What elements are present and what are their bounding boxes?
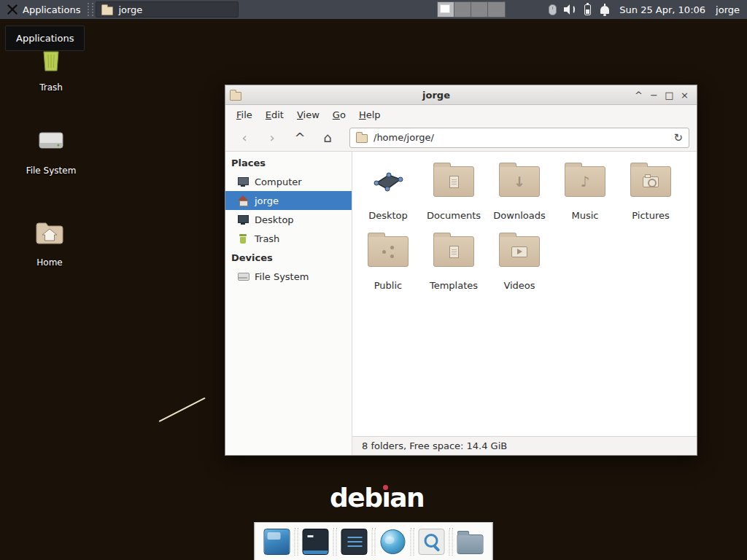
home-button[interactable]: ⌂ xyxy=(316,128,339,148)
sidebar-item-desktop[interactable]: Desktop xyxy=(225,210,352,229)
menu-help[interactable]: Help xyxy=(352,107,387,122)
desktop-icon-label: Home xyxy=(36,257,62,268)
back-button[interactable]: ‹ xyxy=(233,128,256,148)
templates-folder-icon xyxy=(421,233,487,270)
volume-icon[interactable] xyxy=(563,3,576,16)
terminal-button[interactable] xyxy=(300,525,332,559)
desktop-icon-label: File System xyxy=(26,166,77,176)
folder-label: Templates xyxy=(430,280,478,292)
debian-logo-i: ı xyxy=(382,483,390,513)
folder-item-music[interactable]: Music xyxy=(552,152,618,222)
stray-line-artifact xyxy=(159,397,206,422)
show-desktop-button[interactable] xyxy=(261,525,293,559)
notifications-bell-icon[interactable] xyxy=(598,3,611,16)
sidebar-item-label: Computer xyxy=(255,176,302,187)
sidebar-item-jorge[interactable]: jorge xyxy=(225,191,352,210)
panel-username[interactable]: jorge xyxy=(716,4,740,15)
desktop-icon xyxy=(237,214,249,225)
panel-handle[interactable] xyxy=(88,3,93,16)
debian-logo-text: deb xyxy=(330,483,382,513)
workspace-1[interactable] xyxy=(438,2,454,17)
top-panel: Applications jorge Sun 25 Apr, 10:06 jor… xyxy=(0,0,747,19)
folder-item-public[interactable]: Public xyxy=(355,222,421,292)
folder-item-documents[interactable]: Documents xyxy=(421,152,487,222)
downloads-folder-icon xyxy=(487,163,552,200)
window-content: Places Computer jorge Desktop Trash Devi… xyxy=(225,152,697,455)
folder-label: Pictures xyxy=(632,210,669,222)
sidebar-item-label: Desktop xyxy=(255,214,294,225)
terminal-icon xyxy=(303,529,329,555)
menu-bar: File Edit View Go Help xyxy=(225,105,697,124)
folder-label: Documents xyxy=(427,210,481,222)
menu-file[interactable]: File xyxy=(230,107,259,122)
hard-drive-icon xyxy=(34,123,69,160)
app-finder-button[interactable] xyxy=(416,525,448,559)
window-title: jorge xyxy=(241,90,631,101)
sidebar: Places Computer jorge Desktop Trash Devi… xyxy=(225,152,352,455)
documents-folder-icon xyxy=(421,163,487,200)
web-browser-button[interactable] xyxy=(377,525,409,559)
close-button[interactable]: × xyxy=(677,88,692,103)
magnifier-icon xyxy=(419,529,445,555)
sidebar-item-file-system[interactable]: File System xyxy=(225,267,352,286)
trash-icon xyxy=(237,233,249,244)
reload-icon[interactable]: ↻ xyxy=(673,131,683,144)
menu-go[interactable]: Go xyxy=(326,107,352,122)
folder-label: Music xyxy=(572,210,599,222)
folder-item-desktop[interactable]: Desktop xyxy=(355,152,421,222)
minimize-button[interactable]: − xyxy=(646,88,662,103)
folder-icon xyxy=(457,534,484,554)
dock-separator xyxy=(295,528,298,556)
folder-item-downloads[interactable]: Downloads xyxy=(487,152,552,222)
sidebar-item-label: File System xyxy=(255,271,309,282)
file-manager-button[interactable] xyxy=(454,525,487,559)
bottom-dock xyxy=(255,522,493,560)
computer-icon xyxy=(237,176,249,187)
sidebar-header-devices: Devices xyxy=(225,248,352,267)
taskbar-button-label: jorge xyxy=(118,4,142,15)
desktop-special-icon xyxy=(355,163,421,200)
mouse-icon[interactable] xyxy=(546,3,559,16)
sidebar-item-computer[interactable]: Computer xyxy=(225,172,352,191)
menu-view[interactable]: View xyxy=(290,107,326,122)
folder-item-pictures[interactable]: Pictures xyxy=(618,152,684,222)
sidebar-item-trash[interactable]: Trash xyxy=(225,229,352,248)
panel-clock[interactable]: Sun 25 Apr, 10:06 xyxy=(619,4,705,15)
window-controls: ^ − □ × xyxy=(631,88,692,103)
desktop-icon-home[interactable]: Home xyxy=(18,215,81,268)
globe-icon xyxy=(381,529,406,554)
folder-item-templates[interactable]: Templates xyxy=(421,222,487,292)
terminal-alt-button[interactable] xyxy=(338,525,371,559)
dock-separator xyxy=(411,528,414,556)
xfce-logo-icon xyxy=(7,4,18,15)
titlebar[interactable]: jorge ^ − □ × xyxy=(225,85,697,105)
file-manager-window: jorge ^ − □ × File Edit View Go Help ‹ ›… xyxy=(225,85,697,456)
folder-item-videos[interactable]: Videos xyxy=(487,222,552,292)
maximize-button[interactable]: □ xyxy=(662,88,677,103)
workspace-switcher xyxy=(437,1,506,18)
battery-icon[interactable] xyxy=(581,3,594,16)
desktop-icon-label: Trash xyxy=(39,82,63,93)
forward-button[interactable]: › xyxy=(260,128,284,148)
main-pane: Desktop Documents Downloads Music Pictur… xyxy=(352,152,697,455)
up-button[interactable]: ^ xyxy=(288,128,311,148)
show-desktop-icon xyxy=(264,529,290,555)
folder-grid: Desktop Documents Downloads Music Pictur… xyxy=(352,152,697,436)
workspace-3[interactable] xyxy=(471,2,488,17)
status-text: 8 folders, Free space: 14.4 GiB xyxy=(362,440,507,451)
taskbar-button-jorge[interactable]: jorge xyxy=(96,1,239,18)
applications-menu-button[interactable]: Applications xyxy=(0,0,87,19)
workspace-2[interactable] xyxy=(454,2,471,17)
shade-button[interactable]: ^ xyxy=(631,88,646,103)
sidebar-header-places: Places xyxy=(225,153,352,172)
videos-folder-icon xyxy=(487,233,552,270)
home-folder-icon xyxy=(32,215,67,252)
folder-label: Downloads xyxy=(493,210,545,222)
workspace-4[interactable] xyxy=(488,2,505,17)
menu-edit[interactable]: Edit xyxy=(259,107,290,122)
path-bar[interactable]: /home/jorge/ ↻ xyxy=(349,128,689,148)
sidebar-item-label: jorge xyxy=(255,195,279,206)
dock-separator xyxy=(333,528,337,556)
desktop-icon-file-system[interactable]: File System xyxy=(20,123,82,176)
folder-label: Videos xyxy=(503,280,535,292)
